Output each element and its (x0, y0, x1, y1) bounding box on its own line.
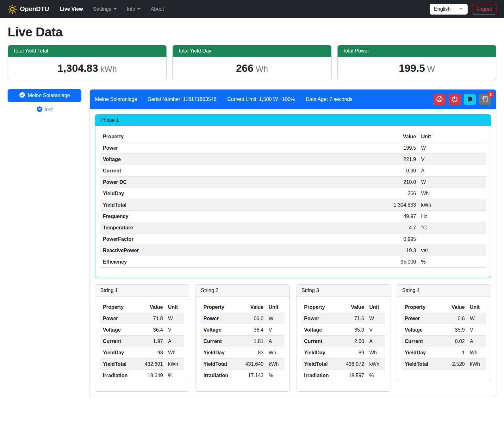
value-number: 266 (236, 62, 253, 74)
x-circle-icon (36, 106, 43, 114)
chevron-down-icon (459, 6, 463, 12)
value-cell: 438.072 (334, 358, 367, 370)
nav-item-live-view[interactable]: Live View (55, 4, 88, 15)
table-row: Power 66.0 W (201, 313, 284, 324)
sidebar-item-test-inverter[interactable]: test (8, 106, 81, 114)
inverter-sidebar: Meine Solaranlage test (8, 89, 81, 114)
brand[interactable]: OpenDTU (8, 4, 49, 14)
unit-cell: A (266, 336, 284, 347)
current-limit: Current Limit: 1,500 W | 100% (227, 97, 295, 102)
table-header-row: Property Value Unit (302, 302, 385, 313)
column-value: Value (384, 131, 419, 142)
table-row: YieldDay 266 Wh (100, 188, 486, 199)
string-data-table: Property Value Unit Power (402, 302, 486, 370)
unit-cell: V (165, 324, 184, 336)
card-header: Total Yield Total (8, 45, 166, 57)
logout-button[interactable]: Logout (472, 4, 496, 15)
inverter-select-button[interactable]: Meine Solaranlage (8, 89, 81, 102)
inverter-actions: 2 (433, 94, 491, 105)
card-value: 266Wh (173, 57, 331, 80)
property-cell: YieldTotal (100, 199, 384, 211)
power-toggle-button[interactable] (449, 94, 461, 105)
value-cell: 18.649 (133, 370, 165, 381)
nav-item-info-label: Info (127, 6, 135, 12)
string-card-body: Property Value Unit Power (95, 296, 189, 391)
table-row: Current 0.90 A (100, 165, 486, 177)
column-property: Property (201, 302, 234, 313)
value-cell: 0.995 (384, 234, 419, 245)
value-cell: 199.5 (384, 142, 419, 154)
table-header-row: Property Value Unit (402, 302, 486, 313)
nav-item-settings[interactable]: Settings (88, 4, 122, 15)
unit-cell: Wh (367, 347, 385, 358)
event-log-button[interactable]: 2 (479, 94, 491, 105)
property-cell: Irradiation (100, 370, 133, 381)
column-property: Property (100, 131, 384, 142)
device-info-button[interactable] (464, 94, 476, 105)
value-cell: 95.000 (384, 256, 419, 268)
limit-settings-button[interactable] (433, 94, 445, 105)
property-cell: Current (402, 336, 435, 347)
value-cell: 49.97 (384, 211, 419, 222)
column-unit: Unit (467, 302, 486, 313)
property-cell: Voltage (402, 324, 435, 336)
unit-cell: Wh (467, 347, 486, 358)
value-cell: 1.97 (133, 336, 165, 347)
column-property: Property (302, 302, 334, 313)
nav-item-settings-label: Settings (93, 6, 111, 12)
inverter-card-header: Meine Solaranlage Serial Number: 1161716… (90, 90, 496, 109)
unit-cell: V (467, 324, 486, 336)
table-row: Power 199.5 W (100, 142, 486, 154)
phase-panel-body: Property Value Unit Power (95, 126, 491, 278)
nav-item-info[interactable]: Info (122, 4, 146, 15)
phase-panel-title: Phase 1 (95, 115, 491, 126)
table-row: ReactivePower 19.3 var (100, 245, 486, 256)
table-header-row: Property Value Unit (100, 131, 486, 142)
table-row: Voltage 36.4 V (100, 324, 184, 336)
property-cell: Voltage (201, 324, 234, 336)
value-cell: 36.4 (234, 324, 266, 336)
serial-number: Serial Number: 116171603546 (148, 97, 216, 102)
unit-cell: Hz (419, 211, 486, 222)
property-cell: Power (402, 313, 435, 324)
value-cell: 35.9 (435, 324, 467, 336)
column-unit: Unit (367, 302, 385, 313)
nav-item-about[interactable]: About (146, 4, 169, 15)
check-circle-icon (19, 92, 25, 99)
value-cell: 2.520 (435, 358, 467, 370)
column-unit: Unit (419, 131, 486, 142)
value-cell: 210.0 (384, 177, 419, 188)
language-select[interactable]: English (430, 4, 468, 15)
table-row: Power 71.6 W (302, 313, 385, 324)
property-cell: YieldDay (100, 188, 384, 199)
unit-cell: A (467, 336, 486, 347)
property-cell: Irradiation (201, 370, 234, 381)
unit-cell: W (419, 177, 486, 188)
value-cell: 432.601 (133, 358, 165, 370)
total-yield-day-card: Total Yield Day 266Wh (172, 45, 332, 80)
chevron-down-icon (114, 8, 117, 10)
string-card-title: String 3 (296, 285, 390, 296)
value-number: 1,304.83 (58, 62, 98, 74)
column-property: Property (402, 302, 435, 313)
unit-cell: V (367, 324, 385, 336)
unit-cell: A (419, 165, 486, 177)
navbar-right: English Logout (430, 4, 496, 15)
unit-cell: A (165, 336, 184, 347)
property-cell: Power (100, 313, 133, 324)
value-number: 199.5 (399, 62, 425, 74)
table-row: YieldDay 83 Wh (201, 347, 284, 358)
unit-cell: % (266, 370, 284, 381)
string-data-table: Property Value Unit Power (302, 302, 385, 381)
property-cell: YieldDay (302, 347, 334, 358)
property-cell: Voltage (302, 324, 334, 336)
table-header-row: Property Value Unit (201, 302, 284, 313)
unit-cell: Wh (165, 347, 184, 358)
inverter-card-body: Phase 1 Property Value Unit (90, 109, 496, 397)
unit-cell: °C (419, 222, 486, 234)
table-row: Efficiency 95.000 % (100, 256, 486, 268)
value-cell: 431.640 (234, 358, 266, 370)
table-row: Current 0.02 A (402, 336, 486, 347)
navbar: OpenDTU Live View Settings Info About En… (0, 0, 504, 18)
value-cell: 0.6 (435, 313, 467, 324)
